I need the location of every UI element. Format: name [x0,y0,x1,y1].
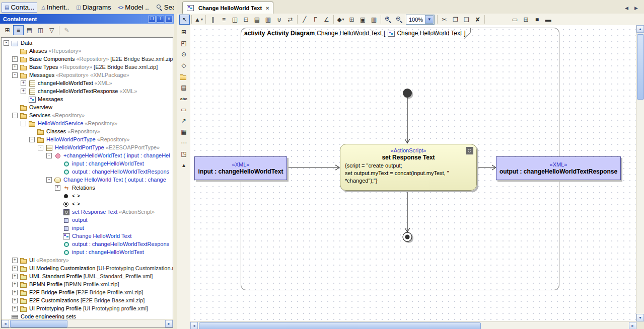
close-tab-icon[interactable]: × [266,5,269,11]
collapse-icon[interactable]: - [12,113,18,118]
chevron-down-icon[interactable]: ▼ [425,15,434,24]
next-diagram-button[interactable]: ▶ [632,4,640,12]
link-windows-icon[interactable]: ◫ [35,25,46,35]
scroll-left-icon[interactable]: ◄ [2,320,9,327]
activity-tools-icon[interactable]: ▲▾ [193,15,204,25]
collapse-icon[interactable]: - [46,153,52,158]
filter-icon[interactable]: ▽ [46,25,57,35]
collapse-icon[interactable]: - [46,177,52,183]
tree-item[interactable]: Code engineering sets [2,312,173,319]
line-width-icon[interactable]: ▬ [543,15,553,25]
text-icon[interactable]: abc [178,94,189,104]
initial-node[interactable] [403,89,412,98]
rectilinear-path-icon[interactable]: Γ [310,15,321,25]
collapse-icon[interactable]: - [38,145,43,150]
panel-tab-inheritance[interactable]: △Inherit.. [38,3,72,13]
split-horizontal-icon[interactable]: ⊟ [241,15,251,25]
collapse-icon[interactable]: - [21,121,26,126]
tree-item[interactable]: +changeHelloWorldText«XML» [2,79,173,87]
appearance-icon[interactable]: ◆▾ [335,15,346,25]
pin-window-icon[interactable]: ⊤ [157,16,164,23]
panel-tab-containment[interactable]: ▤Conta... [2,3,37,13]
selection-tool-icon[interactable]: ↖ [179,15,190,25]
layout-icon[interactable]: ▭ [510,15,520,25]
tree-item[interactable]: < > [2,200,173,208]
image-shape-icon[interactable]: ▦ [178,127,189,137]
diagram-overview-icon[interactable]: ⊞ [178,27,189,37]
swimlane-horizontal-icon[interactable]: ≡ [219,15,229,25]
scroll-right-icon[interactable]: ► [629,322,636,329]
diagram-canvas[interactable]: activity Activity Diagram Change HelloWo… [190,25,636,321]
tree-item[interactable]: +UI«Repository» [2,256,173,264]
expand-icon[interactable]: + [12,306,18,311]
tree-item[interactable]: set Response Text«ActionScript» [2,208,173,216]
h-scroll-thumb[interactable] [10,320,67,327]
paste-icon[interactable]: ❑ [461,15,472,25]
reorder-icon[interactable]: ⇄ [285,15,296,25]
draw-line-icon[interactable]: ╱ [299,15,310,25]
cut-icon[interactable]: ✂ [439,15,450,25]
zoom-in-icon[interactable]: + [383,15,393,25]
shape-tool-icon[interactable]: ◰ [178,38,189,48]
tree-item[interactable]: Overview [2,103,173,111]
align-shapes-icon[interactable]: ⊞ [521,15,531,25]
tree-item[interactable]: +Base Components«Repository»[E2E Bridge … [2,55,173,63]
tree-item[interactable]: Messages [2,95,173,103]
dependency-icon[interactable]: ↗ [178,116,189,126]
diagram-properties-icon[interactable]: ▥ [369,15,379,25]
tree-item[interactable]: +changeHelloWorldTextResponse«XML» [2,87,173,95]
tree-item[interactable]: -Services«Repository» [2,111,173,119]
expand-icon[interactable]: + [12,64,18,70]
tree-item[interactable]: +BPMN Profile[BPMN Profile.xml.zip] [2,280,173,288]
expand-icon[interactable]: + [12,56,18,62]
tree-item[interactable]: +E2E Bridge Profile[E2E Bridge Profile.x… [2,288,173,296]
tree-item[interactable]: -+changeHelloWorldText ( input : changeH… [2,151,173,159]
frame-icon[interactable]: ◳ [178,149,189,159]
collapse-icon[interactable]: - [4,40,9,46]
expand-icon[interactable]: + [12,258,18,263]
oblique-path-icon[interactable]: ∠ [321,15,332,25]
tree-item[interactable]: Change HelloWorld Text [2,232,173,240]
tree-item[interactable]: -HelloWorldService«Repository» [2,119,173,127]
expand-icon[interactable]: + [55,185,60,191]
expand-icon[interactable]: + [12,282,18,287]
tree-item[interactable]: +UML Standard Profile[UML_Standard_Profi… [2,272,173,280]
expand-icon[interactable]: + [21,89,26,94]
diagram-tab[interactable]: Change HelloWorld Text × [182,2,273,14]
insert-shape-icon[interactable]: ⊞ [346,15,357,25]
h-scroll-thumb[interactable] [199,322,481,329]
tree-item[interactable]: -Messages«Repository» «XMLPackage» [2,71,173,79]
tree-item[interactable]: Aliases«Repository» [2,47,173,55]
float-window-icon[interactable]: ❐ [148,16,156,23]
canvas-h-scrollbar[interactable]: ◄ ► [190,321,636,329]
tree-item[interactable]: output [2,216,173,224]
tree-item[interactable]: +⇆Relations [2,184,173,192]
close-window-icon[interactable]: × [165,16,173,23]
tree-item[interactable]: output : changeHelloWorldTextRespons [2,240,173,248]
collapse-icon[interactable]: - [12,72,18,78]
expand-icon[interactable]: + [12,298,18,303]
merge-cells-icon[interactable]: ⊎ [274,15,284,25]
same-size-icon[interactable]: ■ [532,15,542,25]
add-row-icon[interactable]: ▤ [252,15,262,25]
swimlane-vertical-icon[interactable]: ∥ [207,15,218,25]
edit-icon[interactable]: ✎ [61,25,72,35]
scroll-up-icon[interactable]: ▴ [178,160,189,170]
tree-item[interactable]: input : changeHelloWorldText [2,159,173,168]
panel-tab-model[interactable]: <>Model .. [115,3,152,13]
open-diagram-icon[interactable]: ▤ [24,25,35,35]
tree-item[interactable]: -Data [2,39,173,47]
expand-structure-icon[interactable]: ⊞ [2,25,13,35]
tree-item[interactable]: +Base Types«Repository»[E2E Bridge Base.… [2,63,173,71]
note-icon[interactable]: ▤ [178,83,189,93]
zoom-level-combo[interactable]: 100%▼ [406,15,435,25]
tree-item[interactable]: -HelloWorldPortType«Repository» [2,135,173,143]
add-column-icon[interactable]: ▥ [263,15,273,25]
copy-icon[interactable]: ❐ [450,15,461,25]
expand-icon[interactable]: + [12,274,18,279]
folder-tool-icon[interactable] [178,71,189,81]
tree-item[interactable]: -HelloWorldPortType«E2ESOAPPortType» [2,143,173,151]
list-view-icon[interactable]: ≡ [13,25,24,35]
tree-item[interactable]: < > [2,192,173,200]
comment-icon[interactable]: ▭ [178,105,189,115]
